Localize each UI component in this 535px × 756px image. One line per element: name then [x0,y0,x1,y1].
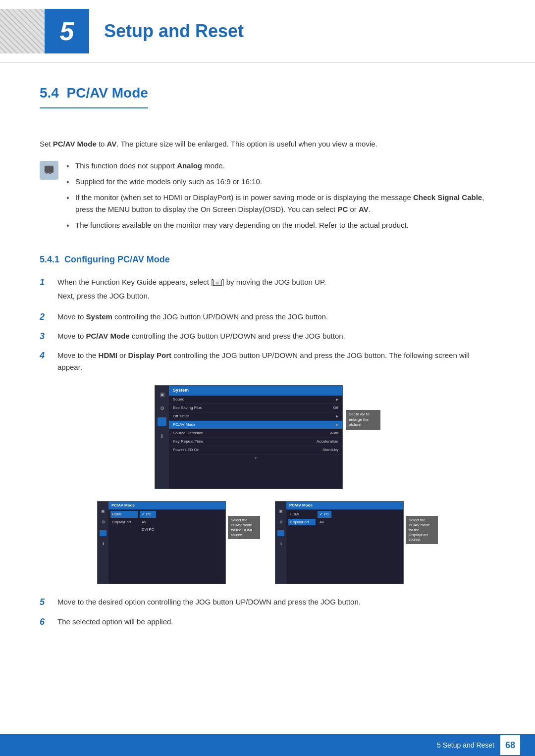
step-6: 6 The selected option will be applied. [40,616,495,628]
note-item-4: The functions available on the monitor m… [66,219,495,231]
steps-list: 1 When the Function Key Guide appears, s… [40,276,495,373]
osd-sidebar-hdmi: ▣ ⚙ ⚙ ℹ [98,502,108,584]
main-content: 5.4 PC/AV Mode Set PC/AV Mode to AV. The… [0,83,535,675]
osd-dp-screen: ▣ ⚙ ⚙ ℹ PC/AV Mode HDMI DisplayPort [275,501,404,584]
svg-rect-0 [45,166,54,173]
chapter-title: Setup and Reset [104,18,244,45]
osd-item-pcav: PC/AV Mode▶ [169,421,342,429]
osd-menu-title: System [169,386,342,396]
osd-item-powerled: Power LED OnStand-by [169,446,342,454]
chapter-header: 5 Setup and Reset [0,0,535,63]
step-2: 2 Move to System controlling the JOG but… [40,311,495,323]
osd-icon-info: ℹ [158,431,166,440]
osd-hdmi-title: PC/AV Mode [108,502,225,509]
page-footer: 5 Setup and Reset 68 [0,734,535,756]
chapter-header-bg [0,9,45,53]
section-heading: 5.4 PC/AV Mode [40,83,148,108]
osd-item-offtimer: Off Timer▶ [169,412,342,421]
osd-dp-wrapper: ▣ ⚙ ⚙ ℹ PC/AV Mode HDMI DisplayPort [275,501,438,584]
osd-item-source: Source DetectionAuto [169,429,342,438]
osd-tooltip-main: Set to AV to enlarge the picture. [346,410,380,429]
chapter-number: 5 [45,9,89,53]
note-item-2: Supplied for the wide models only such a… [66,176,495,188]
osd-menu: System Sound▶ Eco Saving PlusOff Off Tim… [169,386,342,489]
footer-page-number: 68 [500,735,520,755]
osd-item-eco: Eco Saving PlusOff [169,404,342,412]
osd-menu-dp: PC/AV Mode HDMI DisplayPort ✓ PC AV [286,502,403,584]
osd-item-keyrepeat: Key Repeat TimeAcceleration [169,438,342,446]
notes-list: This function does not support Analog mo… [66,160,495,235]
osd-sidebar-dp: ▣ ⚙ ⚙ ℹ [275,502,286,584]
osd-dp-title: PC/AV Mode [286,502,403,509]
note-item-1: This function does not support Analog mo… [66,160,495,172]
note-block: This function does not support Analog mo… [40,160,495,235]
osd-tooltip-hdmi: Select the PC/AV mode for the HDMI sourc… [228,516,260,539]
osd-icon-display: ▣ [158,390,166,399]
step-1: 1 When the Function Key Guide appears, s… [40,276,495,304]
osd-item-sound: Sound▶ [169,396,342,404]
osd-menu-hdmi: PC/AV Mode HDMI DisplayPort ✓ PC AV DVI … [108,502,225,584]
osd-hdmi-screen: ▣ ⚙ ⚙ ℹ PC/AV Mode HDMI DisplayPort [97,501,226,584]
section-intro: Set PC/AV Mode to AV. The picture size w… [40,138,495,150]
osd-sidebar: ▣ ⚙ ⚙ ℹ [155,386,169,489]
note-icon [40,161,58,180]
osd-icon-settings: ⚙ [158,403,166,412]
step-4: 4 Move to the HDMI or Display Port contr… [40,350,495,373]
steps-list-2: 5 Move to the desired option controlling… [40,596,495,628]
osd-main-screen: ▣ ⚙ ⚙ ℹ System Sound▶ Eco Saving PlusOff… [155,385,343,489]
step-5: 5 Move to the desired option controlling… [40,596,495,608]
note-item-3: If the monitor (when set to HDMI or Disp… [66,192,495,215]
footer-text: 5 Setup and Reset [437,740,494,751]
step-3: 3 Move to PC/AV Mode controlling the JOG… [40,330,495,343]
osd-tooltip-dp: Select the PC/AV mode for the DisplayPor… [406,516,438,544]
osd-hdmi-wrapper: ▣ ⚙ ⚙ ℹ PC/AV Mode HDMI DisplayPort [97,501,260,584]
subsection-heading: 5.4.1 Configuring PC/AV Mode [40,253,495,266]
osd-icon-system: ⚙ [158,417,166,426]
osd-screenshot-main: ▣ ⚙ ⚙ ℹ System Sound▶ Eco Saving PlusOff… [40,385,495,489]
osd-small-screens: ▣ ⚙ ⚙ ℹ PC/AV Mode HDMI DisplayPort [40,501,495,584]
